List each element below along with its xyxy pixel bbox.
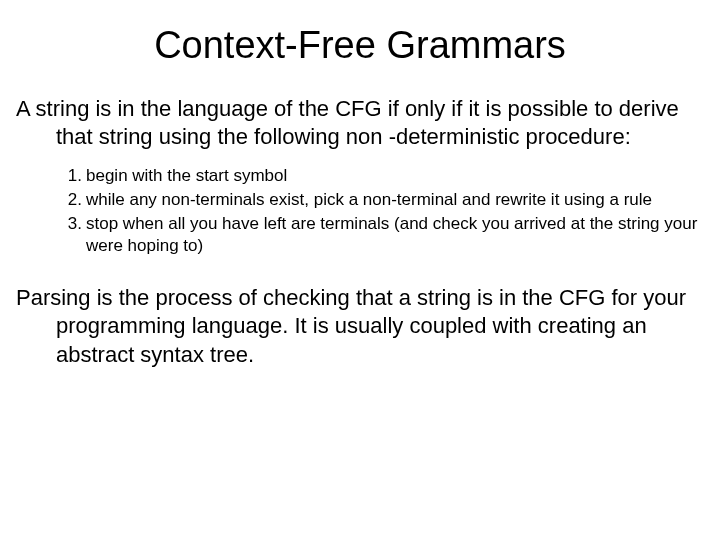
list-item: 2. while any non-terminals exist, pick a… [86, 189, 704, 211]
list-number: 3. [54, 213, 82, 235]
list-number: 2. [54, 189, 82, 211]
list-text: stop when all you have left are terminal… [86, 214, 697, 255]
list-number: 1. [54, 165, 82, 187]
paragraph-parsing: Parsing is the process of checking that … [16, 284, 704, 368]
paragraph-derive-text: A string is in the language of the CFG i… [16, 95, 704, 151]
procedure-list: 1. begin with the start symbol 2. while … [16, 165, 704, 256]
paragraph-parsing-text: Parsing is the process of checking that … [16, 284, 704, 368]
list-item: 3. stop when all you have left are termi… [86, 213, 704, 257]
list-text: begin with the start symbol [86, 166, 287, 185]
list-text: while any non-terminals exist, pick a no… [86, 190, 652, 209]
list-item: 1. begin with the start symbol [86, 165, 704, 187]
paragraph-derive: A string is in the language of the CFG i… [16, 95, 704, 151]
slide-title: Context-Free Grammars [16, 24, 704, 67]
